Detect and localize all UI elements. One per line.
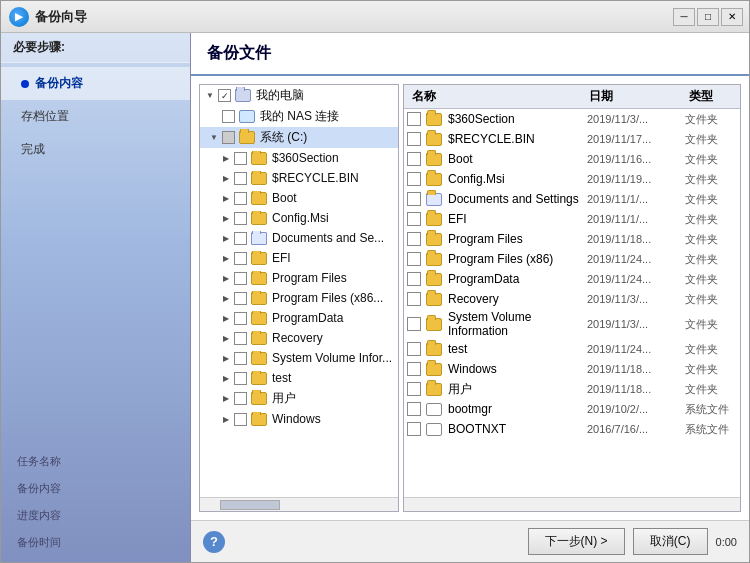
file-row-checkbox[interactable]: [407, 272, 421, 286]
main-content: 备份文件 ▼ ✓ 我的电脑: [191, 33, 749, 562]
file-type: 系统文件: [685, 402, 740, 417]
file-row-checkbox[interactable]: [407, 212, 421, 226]
file-row[interactable]: Boot 2019/11/16... 文件夹: [404, 149, 740, 169]
file-row[interactable]: Recovery 2019/11/3/... 文件夹: [404, 289, 740, 309]
file-row-checkbox[interactable]: [407, 112, 421, 126]
file-panel-hscrollbar[interactable]: [404, 497, 740, 511]
file-row[interactable]: System Volume Information 2019/11/3/... …: [404, 309, 740, 339]
folder-icon: [251, 272, 267, 285]
maximize-button[interactable]: □: [697, 8, 719, 26]
file-row[interactable]: 用户 2019/11/18... 文件夹: [404, 379, 740, 399]
tree-item-docs[interactable]: ▶ Documents and Se...: [200, 228, 398, 248]
file-row-checkbox[interactable]: [407, 362, 421, 376]
tree-checkbox[interactable]: [234, 312, 247, 325]
tree-checkbox[interactable]: [234, 212, 247, 225]
tree-item-test[interactable]: ▶ test: [200, 368, 398, 388]
file-row-checkbox[interactable]: [407, 132, 421, 146]
file-list-scroll[interactable]: $360Section 2019/11/3/... 文件夹 $RECYCLE.B…: [404, 109, 740, 497]
tree-checkbox[interactable]: [234, 352, 247, 365]
sidebar-item-backup-content[interactable]: 备份内容: [1, 67, 190, 100]
tree-checkbox[interactable]: [234, 292, 247, 305]
next-button[interactable]: 下一步(N) >: [528, 528, 625, 555]
file-row[interactable]: Program Files (x86) 2019/11/24... 文件夹: [404, 249, 740, 269]
tree-checkbox[interactable]: [234, 272, 247, 285]
tree-item-config[interactable]: ▶ Config.Msi: [200, 208, 398, 228]
file-row-checkbox[interactable]: [407, 292, 421, 306]
tree-item-progdata[interactable]: ▶ ProgramData: [200, 308, 398, 328]
sidebar-item-archive-location[interactable]: 存档位置: [1, 100, 190, 133]
folder-icon: [251, 212, 267, 225]
tree-checkbox[interactable]: [234, 252, 247, 265]
tree-item-progfiles[interactable]: ▶ Program Files: [200, 268, 398, 288]
file-row-checkbox[interactable]: [407, 192, 421, 206]
tree-checkbox[interactable]: [234, 172, 247, 185]
tree-item-mypc[interactable]: ▼ ✓ 我的电脑: [200, 85, 398, 106]
file-row-checkbox[interactable]: [407, 152, 421, 166]
tree-checkbox[interactable]: [234, 392, 247, 405]
cancel-button[interactable]: 取消(C): [633, 528, 708, 555]
file-row[interactable]: $RECYCLE.BIN 2019/11/17... 文件夹: [404, 129, 740, 149]
tree-checkbox[interactable]: [234, 372, 247, 385]
tree-item-nas[interactable]: 我的 NAS 连接: [200, 106, 398, 127]
tree-checkbox-mypc[interactable]: ✓: [218, 89, 231, 102]
tree-item-recycle[interactable]: ▶ $RECYCLE.BIN: [200, 168, 398, 188]
file-name: 用户: [444, 381, 585, 398]
file-row[interactable]: Config.Msi 2019/11/19... 文件夹: [404, 169, 740, 189]
folder-icon: [426, 318, 442, 331]
tree-checkbox[interactable]: [234, 232, 247, 245]
time-display: 0:00: [716, 536, 737, 548]
tree-checkbox[interactable]: [234, 152, 247, 165]
file-row-checkbox[interactable]: [407, 232, 421, 246]
file-date: 2019/11/3/...: [585, 318, 685, 330]
tree-item-boot[interactable]: ▶ Boot: [200, 188, 398, 208]
minimize-button[interactable]: ─: [673, 8, 695, 26]
file-row[interactable]: bootmgr 2019/10/2/... 系统文件: [404, 399, 740, 419]
page-title: 备份文件: [207, 43, 733, 64]
file-name: ProgramData: [444, 272, 585, 286]
file-row[interactable]: $360Section 2019/11/3/... 文件夹: [404, 109, 740, 129]
file-row[interactable]: BOOTNXT 2016/7/16/... 系统文件: [404, 419, 740, 439]
file-row-checkbox[interactable]: [407, 342, 421, 356]
file-row[interactable]: Documents and Settings 2019/11/1/... 文件夹: [404, 189, 740, 209]
file-row-checkbox[interactable]: [407, 422, 421, 436]
file-name: test: [444, 342, 585, 356]
tree-checkbox-c[interactable]: [222, 131, 235, 144]
help-button[interactable]: ?: [203, 531, 225, 553]
tree-item-efi[interactable]: ▶ EFI: [200, 248, 398, 268]
close-button[interactable]: ✕: [721, 8, 743, 26]
tree-item-progfiles86[interactable]: ▶ Program Files (x86...: [200, 288, 398, 308]
tree-item-windows[interactable]: ▶ Windows: [200, 409, 398, 429]
tree-checkbox[interactable]: [234, 332, 247, 345]
file-row-checkbox[interactable]: [407, 382, 421, 396]
file-row[interactable]: ProgramData 2019/11/24... 文件夹: [404, 269, 740, 289]
tree-item-user[interactable]: ▶ 用户: [200, 388, 398, 409]
sidebar-item-complete[interactable]: 完成: [1, 133, 190, 166]
drive-icon: [239, 131, 255, 144]
tree-checkbox-nas[interactable]: [222, 110, 235, 123]
file-type: 系统文件: [685, 422, 740, 437]
tree-item-c[interactable]: ▼ 系统 (C:): [200, 127, 398, 148]
file-row-checkbox[interactable]: [407, 252, 421, 266]
expand-icon: ▶: [220, 292, 232, 304]
tree-checkbox[interactable]: [234, 413, 247, 426]
tree-item-360[interactable]: ▶ $360Section: [200, 148, 398, 168]
file-row[interactable]: Program Files 2019/11/18... 文件夹: [404, 229, 740, 249]
file-row-checkbox[interactable]: [407, 172, 421, 186]
tree-label: Program Files: [272, 271, 347, 285]
file-row[interactable]: EFI 2019/11/1/... 文件夹: [404, 209, 740, 229]
expand-icon: ▶: [220, 413, 232, 425]
file-row[interactable]: test 2019/11/24... 文件夹: [404, 339, 740, 359]
tree-scroll[interactable]: ▼ ✓ 我的电脑 我的 NA: [200, 85, 398, 497]
tree-label: Program Files (x86...: [272, 291, 383, 305]
file-row[interactable]: Windows 2019/11/18... 文件夹: [404, 359, 740, 379]
file-name: $RECYCLE.BIN: [444, 132, 585, 146]
file-name: $360Section: [444, 112, 585, 126]
sidebar-dot: [21, 80, 29, 88]
tree-item-recovery[interactable]: ▶ Recovery: [200, 328, 398, 348]
tree-checkbox[interactable]: [234, 192, 247, 205]
file-row-checkbox[interactable]: [407, 402, 421, 416]
tree-hscrollbar[interactable]: [200, 497, 398, 511]
tree-item-sysvolinfo[interactable]: ▶ System Volume Infor...: [200, 348, 398, 368]
expand-icon: ▼: [204, 90, 216, 102]
file-row-checkbox[interactable]: [407, 317, 421, 331]
